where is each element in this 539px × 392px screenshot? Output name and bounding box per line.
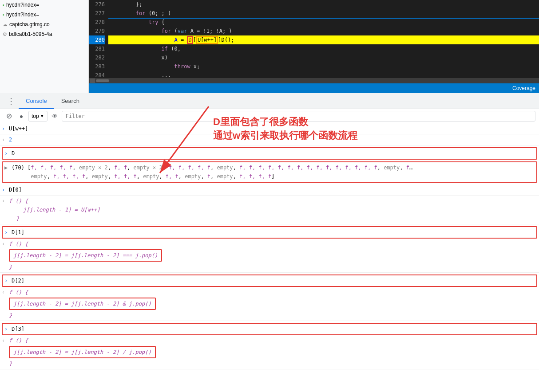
console-entry-uwpp-input: › U[w++] <box>0 123 539 134</box>
d2-inner-box: j[j.length - 2] = j[j.length - 2] & j.po… <box>9 298 156 310</box>
output-arrow-1: ‹ <box>2 135 7 144</box>
output-arrow-D2: ‹ <box>2 288 7 297</box>
d3-line3: } <box>9 359 156 368</box>
main-container: ▪ hycdn?index= ▪ hycdn?index= ☁ captcha.… <box>0 0 539 392</box>
network-item-label-3: captcha.gtimg.co <box>9 21 50 27</box>
devtools-tabs: ⋮ Console Search <box>0 93 539 109</box>
line-num-284: 284 <box>89 71 105 78</box>
editor-top-indicator <box>108 18 539 19</box>
tab-console[interactable]: Console <box>19 93 54 109</box>
console-text-D: D <box>12 149 15 158</box>
d2-line3: } <box>9 311 156 320</box>
console-text-D1: D[1] <box>12 228 24 237</box>
line-num-283: 283 <box>89 62 105 71</box>
code-line-284: ... <box>108 71 539 78</box>
line-num-278: 278 <box>89 18 105 27</box>
d3-line1: f () { <box>9 336 156 345</box>
network-item-label-4: bdfca0b1-5095-4a <box>9 31 52 37</box>
network-sidebar: ▪ hycdn?index= ▪ hycdn?index= ☁ captcha.… <box>0 0 89 93</box>
input-arrow-D: › <box>4 149 10 158</box>
network-item-3[interactable]: ☁ captcha.gtimg.co <box>0 20 88 29</box>
console-text-D0-output: f () { j[j.length - 1] = U[w++] } <box>9 196 100 223</box>
network-item-2[interactable]: ▪ hycdn?index= <box>0 10 88 20</box>
scrollbar-left-btn[interactable] <box>90 78 95 83</box>
file-icon-2: ▪ <box>3 12 4 17</box>
console-text-D2-output: f () { j[j.length - 2] = j[j.length - 2]… <box>9 288 156 320</box>
console-text-D3: D[3] <box>12 325 24 333</box>
line-num-276: 276 <box>89 0 105 9</box>
code-line-279: for (var A = !1; !A; ) <box>108 27 539 35</box>
input-arrow-D3: › <box>4 325 10 333</box>
chevron-down-icon: ▼ <box>40 114 44 118</box>
input-arrow-D1: › <box>4 228 10 237</box>
d1-inner-box: j[j.length - 2] = j[j.length - 2] === j.… <box>9 249 162 262</box>
editor-section: ▪ hycdn?index= ▪ hycdn?index= ☁ captcha.… <box>0 0 539 93</box>
console-text-D0: D[0] <box>9 185 22 194</box>
console-text-D-output: (70) [f, f, f, f, f, empty × 2, f, f, em… <box>12 163 412 181</box>
network-item-label-2: hycdn?index= <box>6 12 39 18</box>
line-numbers: 276 277 278 279 280 281 282 283 284 <box>89 0 108 78</box>
console-entry-D2-input-boxed: › D[2] <box>2 274 537 287</box>
network-item-4[interactable]: ⚙ bdfca0b1-5095-4a <box>0 29 88 39</box>
code-line-276: }; <box>108 0 539 9</box>
d0-line3: } <box>9 214 100 223</box>
code-line-282: x) <box>108 53 539 62</box>
line-num-279: 279 <box>89 27 105 35</box>
code-line-281: if (0, <box>108 44 539 53</box>
console-text-2: 2 <box>9 135 12 144</box>
tab-search[interactable]: Search <box>54 93 87 109</box>
network-item-1[interactable]: ▪ hycdn?index= <box>0 0 88 10</box>
console-text-D2: D[2] <box>12 276 24 285</box>
clear-console-btn[interactable]: ⊘ <box>4 111 14 122</box>
console-text-uwpp: U[w++] <box>9 124 28 133</box>
console-entry-D0-output: ‹ f () { j[j.length - 1] = U[w++] } <box>0 196 539 224</box>
d0-line1: f () { <box>9 196 100 205</box>
gear-icon: ⚙ <box>3 31 7 37</box>
d1-inner-code: j[j.length - 2] = j[j.length - 2] === j.… <box>13 252 158 259</box>
line-num-277: 277 <box>89 9 105 18</box>
expand-arrow-D[interactable]: ▶ <box>4 163 10 172</box>
code-line-283: throw x; <box>108 62 539 71</box>
filter-input[interactable] <box>62 111 535 122</box>
line-num-282: 282 <box>89 53 105 62</box>
output-arrow-D3: ‹ <box>2 336 7 345</box>
d2-inner-code: j[j.length - 2] = j[j.length - 2] & j.po… <box>13 301 151 307</box>
console-entry-D1-input-boxed: › D[1] <box>2 226 537 239</box>
code-line-277: for (0; ; ) <box>108 9 539 18</box>
output-arrow-D0: ‹ <box>2 196 7 205</box>
editor-hscrollbar[interactable] <box>89 78 539 83</box>
output-arrow-D1: ‹ <box>2 239 7 248</box>
d0-line2: j[j.length - 1] = U[w++] <box>9 205 100 214</box>
scrollbar-thumb[interactable] <box>96 79 109 82</box>
context-selector[interactable]: top ▼ <box>28 111 48 122</box>
scrollbar-track[interactable] <box>96 79 538 82</box>
coverage-label: Coverage <box>512 85 535 91</box>
context-label: top <box>32 113 39 119</box>
console-entry-2-output: ‹ 2 <box>0 134 539 145</box>
console-entry-D-boxed: › D <box>2 147 537 160</box>
console-entry-D0-input: › D[0] <box>0 184 539 196</box>
network-item-label-1: hycdn?index= <box>6 2 39 8</box>
devtools-menu-icon[interactable]: ⋮ <box>4 96 19 106</box>
d1-line1: f () { <box>9 239 162 248</box>
d3-inner-code: j[j.length - 2] = j[j.length - 2] / j.po… <box>13 349 151 355</box>
status-right: Coverage <box>512 85 535 91</box>
file-icon-1: ▪ <box>3 2 4 8</box>
code-line-278: try { <box>108 18 539 27</box>
d3-inner-box: j[j.length - 2] = j[j.length - 2] / j.po… <box>9 346 156 358</box>
console-entry-D3-output: ‹ f () { j[j.length - 2] = j[j.length - … <box>0 335 539 369</box>
console-output[interactable]: › U[w++] ‹ 2 › D ▶ (70) [f, f, f, f, f, … <box>0 123 539 392</box>
console-text-D1-output: f () { j[j.length - 2] = j[j.length - 2]… <box>9 239 162 271</box>
eye-icon-btn[interactable]: 👁 <box>49 111 60 122</box>
console-text-D3-output: f () { j[j.length - 2] = j[j.length - 2]… <box>9 336 156 368</box>
d1-line3: } <box>9 263 162 271</box>
code-line-280: A = D[U[w++]]D(); <box>108 35 539 44</box>
console-entry-D3-input-boxed: › D[3] <box>2 323 537 335</box>
input-arrow-D0: › <box>2 185 7 194</box>
input-arrow-D2: › <box>4 276 10 285</box>
console-entry-D1-output: ‹ f () { j[j.length - 2] = j[j.length - … <box>0 239 539 273</box>
preserve-log-btn[interactable]: ● <box>16 111 27 122</box>
line-num-280: 280 <box>89 35 105 44</box>
console-entry-D2-output: ‹ f () { j[j.length - 2] = j[j.length - … <box>0 287 539 321</box>
code-lines: 276 277 278 279 280 281 282 283 284 }; f… <box>89 0 539 78</box>
